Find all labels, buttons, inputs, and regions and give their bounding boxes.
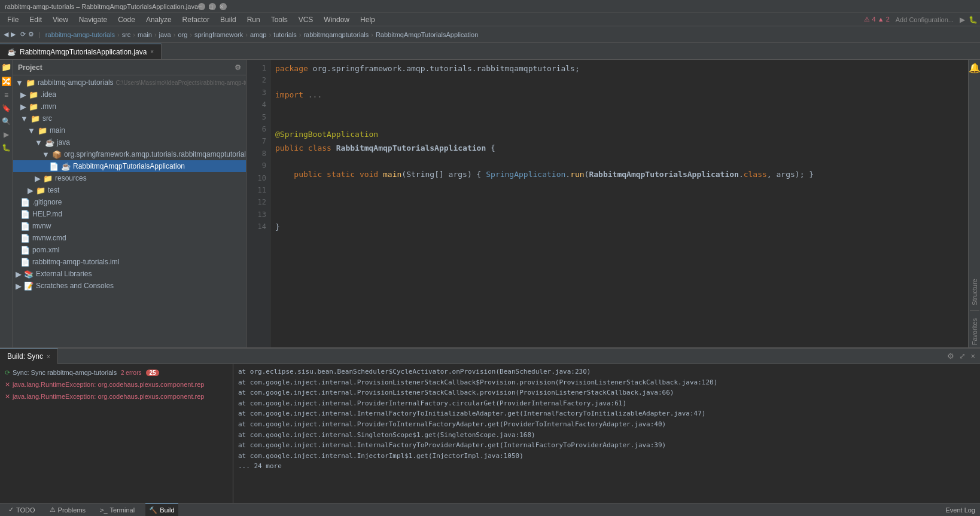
tree-item-label: main [50,126,65,135]
tree-item-main[interactable]: ▼ 📁 main [13,124,246,136]
add-config-button[interactable]: Add Configuration... [896,16,954,23]
build-status-tab[interactable]: 🔨 Build [145,503,178,517]
breadcrumb-tutorials[interactable]: tutorials [273,31,297,38]
window-controls[interactable]: − □ × [198,3,227,10]
gear-icon[interactable]: ⚙ [235,63,241,72]
structure-panel-label[interactable]: Structure [971,279,978,306]
breadcrumb-org[interactable]: org [178,31,187,38]
tree-item-resources[interactable]: ▶ 📁 resources [13,172,246,184]
code-content[interactable]: 1 2 3 4 5 6 7 8 9 10 11 12 13 14 package… [246,60,968,347]
tree-item-main-class[interactable]: 📄 ☕ RabbitmqAmqpTutorialsApplication [13,160,246,172]
sync-label: Sync: Sync rabbitmq-amqp-tutorials [13,369,117,376]
menu-edit[interactable]: Edit [25,14,47,25]
build-tab[interactable]: Build: Sync × [0,349,58,364]
folder-icon: 📁 [31,114,40,123]
problems-icon: ⚠ [50,506,56,514]
tree-item-mvn[interactable]: ▶ 📁 .mvn [13,100,246,112]
tree-item-package[interactable]: ▼ 📦 org.springframework.amqp.tutorials.r… [13,148,246,160]
tree-item-mvnw[interactable]: 📄 mvnw [13,220,246,232]
menu-run[interactable]: Run [242,14,265,25]
menu-view[interactable]: View [48,14,73,25]
minimize-button[interactable]: − [198,3,205,10]
breadcrumb-class[interactable]: RabbitmqAmqpTutorialsApplication [376,31,478,38]
breadcrumb-src[interactable]: src [122,31,131,38]
todo-tab[interactable]: ✓ TODO [5,503,39,517]
menu-help[interactable]: Help [355,14,380,25]
favorites-panel-label[interactable]: Favorites [971,316,978,345]
terminal-tab[interactable]: >_ Terminal [96,503,138,517]
commit-icon[interactable]: 🔀 [1,77,11,86]
breadcrumb-amqp[interactable]: amqp [250,31,267,38]
maximize-panel-icon[interactable]: ⤢ [959,352,966,361]
error-count-badge: 2 errors [119,370,141,376]
project-icon[interactable]: 📁 [1,62,11,72]
tree-item-external-libraries[interactable]: ▶ 📚 External Libraries [13,268,246,280]
menu-analyze[interactable]: Analyze [141,14,176,25]
breadcrumb-java[interactable]: java [159,31,171,38]
expand-icon: ▶ [35,174,41,183]
breadcrumb-springframework[interactable]: springframework [194,31,243,38]
tree-item-label: .idea [41,90,56,99]
menu-code[interactable]: Code [113,14,140,25]
run-button[interactable]: ▶ [960,16,965,24]
tree-item-scratches[interactable]: ▶ 📝 Scratches and Consoles [13,280,246,292]
build-error-1[interactable]: ✕ java.lang.RuntimeException: org.codeha… [0,378,233,390]
tree-item-iml[interactable]: 📄 rabbitmq-amqp-tutorials.iml [13,256,246,268]
tree-item-idea[interactable]: ▶ 📁 .idea [13,88,246,100]
build-right-panel[interactable]: at org.eclipse.sisu.bean.BeanScheduler$C… [233,364,980,503]
breadcrumb-project[interactable]: rabbitmq-amqp-tutorials [45,31,115,38]
bottom-panel: Build: Sync × ⚙ ⤢ × ⟳ Sync: Sync rabbitm… [0,347,980,503]
nav-refresh[interactable]: ⟳ [20,30,26,38]
expand-icon: ▶ [16,270,22,279]
find-icon[interactable]: 🔍 [2,117,11,126]
project-tree: ▼ 📁 rabbitmq-amqp-tutorials C:\Users\Mas… [13,75,246,347]
tree-item-mvnwcmd[interactable]: 📄 mvnw.cmd [13,232,246,244]
tree-item-pomxml[interactable]: 📄 pom.xml [13,244,246,256]
tab-main-file[interactable]: ☕ RabbitmqAmqpTutorialsApplication.java … [0,44,162,59]
menu-file[interactable]: File [2,14,23,25]
menu-refactor[interactable]: Refactor [178,14,214,25]
event-log[interactable]: Event Log [945,506,975,514]
tree-item-src[interactable]: ▼ 📁 src [13,112,246,124]
nav-bar: ◀ ▶ ⟳ ⚙ | rabbitmq-amqp-tutorials › src … [0,26,980,43]
menu-navigate[interactable]: Navigate [74,14,112,25]
build-group-sync[interactable]: ⟳ Sync: Sync rabbitmq-amqp-tutorials 2 e… [0,367,233,378]
structure-icon[interactable]: ≡ [4,91,8,99]
notifications-icon[interactable]: 🔔 [969,62,981,74]
tree-item-root[interactable]: ▼ 📁 rabbitmq-amqp-tutorials C:\Users\Mas… [13,77,246,88]
build-tab-close[interactable]: × [47,353,50,360]
build-hammer-icon: 🔨 [149,506,157,514]
tab-close-button[interactable]: × [150,48,154,55]
tree-item-gitignore[interactable]: 📄 .gitignore [13,196,246,208]
maximize-button[interactable]: □ [209,3,216,10]
menu-build[interactable]: Build [215,14,241,25]
tree-item-label: mvnw [32,222,51,230]
debug-button[interactable]: 🐛 [969,16,978,24]
debug-icon[interactable]: 🐛 [2,143,11,152]
tab-bar: ☕ RabbitmqAmqpTutorialsApplication.java … [0,43,980,60]
bookmarks-icon[interactable]: 🔖 [2,104,11,112]
nav-forward[interactable]: ▶ [11,30,16,38]
tree-item-java[interactable]: ▼ ☕ java [13,136,246,148]
menu-window[interactable]: Window [319,14,354,25]
menu-tools[interactable]: Tools [266,14,293,25]
settings-icon[interactable]: ⚙ [947,352,954,361]
nav-settings[interactable]: ⚙ [28,30,34,38]
tree-item-test[interactable]: ▶ 📁 test [13,184,246,196]
stack-trace-line-1: at org.eclipse.sisu.bean.BeanScheduler$C… [238,367,975,377]
close-panel-button[interactable]: × [970,352,975,361]
tree-item-label: Scratches and Consoles [36,282,114,290]
breadcrumb-pkg[interactable]: rabbitmqamqptutorials [303,31,369,38]
build-error-2[interactable]: ✕ java.lang.RuntimeException: org.codeha… [0,390,233,402]
nav-back[interactable]: ◀ [4,30,8,38]
menu-vcs[interactable]: VCS [294,14,318,25]
tree-item-helpmd[interactable]: 📄 HELP.md [13,208,246,220]
run-icon[interactable]: ▶ [4,130,9,139]
stack-trace-line-3: at com.google.inject.internal.ProvisionL… [238,387,975,398]
folder-icon: 📁 [26,78,35,87]
close-button[interactable]: × [220,3,227,10]
todo-icon: ✓ [8,506,14,514]
breadcrumb-main[interactable]: main [138,31,152,38]
problems-tab[interactable]: ⚠ Problems [46,503,89,517]
code-editor[interactable]: package org.springframework.amqp.tutoria… [270,60,968,347]
